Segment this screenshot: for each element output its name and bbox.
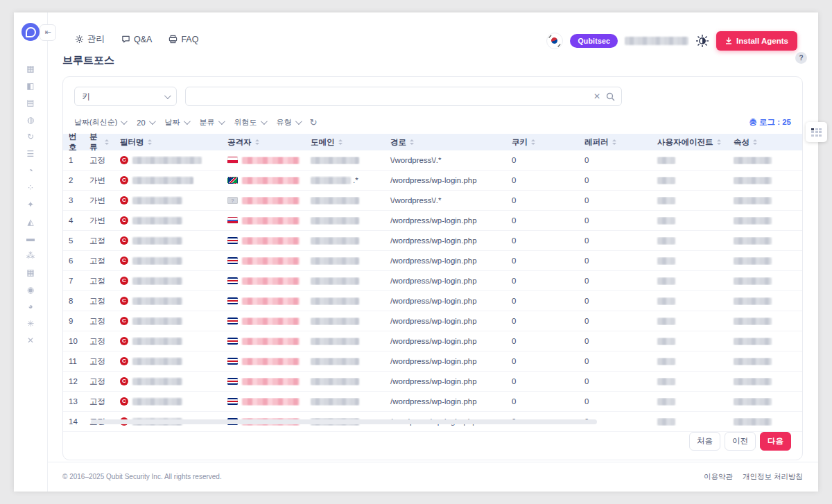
- close-icon[interactable]: ✕: [24, 336, 37, 345]
- table-row[interactable]: 12고정C/wordpress/wp-login.php00: [63, 372, 802, 392]
- menu-item-admin[interactable]: 관리: [75, 33, 105, 45]
- search-input[interactable]: [186, 87, 590, 105]
- column-header-3[interactable]: 공격자: [222, 137, 305, 148]
- cell-referer: 0: [579, 277, 652, 285]
- cell-category: 고정: [84, 155, 114, 166]
- monitor-icon[interactable]: ◉: [24, 285, 37, 295]
- cell-domain: [305, 197, 385, 205]
- cell-filter-name: C: [114, 397, 222, 406]
- attacker-ip-redacted: [242, 398, 300, 406]
- attribute-redacted: [734, 318, 772, 325]
- filters-icon[interactable]: ☰: [24, 149, 37, 159]
- attribute-redacted: [734, 358, 772, 365]
- cell-attacker: [222, 217, 305, 225]
- cell-cookie: 0: [506, 257, 579, 265]
- alerts-icon[interactable]: ✦: [24, 200, 37, 209]
- refresh-icon[interactable]: ↻: [310, 117, 318, 128]
- table-row[interactable]: 10고정C/wordpress/wp-login.php00: [63, 331, 802, 351]
- cell-cookie: 0: [506, 176, 579, 184]
- next-page-button[interactable]: 다음: [760, 432, 791, 451]
- cell-domain: [305, 398, 385, 406]
- cards-icon[interactable]: ▬: [24, 234, 37, 243]
- attacker-ip-redacted: [242, 338, 300, 345]
- category-filter[interactable]: 분류: [200, 117, 223, 128]
- cell-attribute: [728, 358, 781, 365]
- cell-cookie: 0: [506, 337, 579, 345]
- sort-icon: [105, 139, 109, 145]
- privacy-link[interactable]: 개인정보 처리방침: [743, 472, 803, 482]
- settings-icon[interactable]: ✳: [24, 319, 37, 329]
- column-header-6[interactable]: 쿠키: [506, 137, 579, 148]
- column-config-button[interactable]: [806, 122, 827, 142]
- cell-no: 1: [63, 156, 84, 164]
- filter-name-redacted: [132, 398, 182, 406]
- attack-filter-icon: C: [120, 257, 128, 265]
- table-row[interactable]: 13고정C/wordpress/wp-login.php00: [63, 392, 802, 412]
- attack-filter-icon: C: [120, 277, 128, 285]
- first-page-button[interactable]: 처음: [689, 432, 720, 451]
- table-row[interactable]: 7고정C/wordpress/wp-login.php00: [63, 271, 802, 291]
- page-size-filter[interactable]: 20: [137, 119, 153, 127]
- flag-costarica-icon: [227, 297, 238, 304]
- sync-icon[interactable]: ↻: [24, 132, 37, 141]
- cell-category: 가변: [84, 175, 114, 186]
- chevron-down-icon: [164, 92, 171, 99]
- table-row[interactable]: 4가변C/wordpress/wp-login.php00: [63, 211, 802, 231]
- theme-toggle-icon[interactable]: [695, 34, 709, 48]
- reports-icon[interactable]: ◭: [24, 217, 37, 227]
- column-header-7[interactable]: 레퍼러: [579, 137, 652, 148]
- install-agents-button[interactable]: Install Agents: [716, 31, 797, 51]
- prev-page-button[interactable]: 이전: [725, 432, 756, 451]
- attack-filter-icon: C: [120, 317, 128, 325]
- attribute-redacted: [734, 297, 772, 305]
- table-row[interactable]: 8고정C/wordpress/wp-login.php00: [63, 291, 802, 311]
- loader-icon[interactable]: ◔: [24, 166, 37, 175]
- table-row[interactable]: 3가변C?\/wordpress\/.*00: [63, 191, 802, 211]
- app-logo[interactable]: [21, 23, 40, 41]
- calendar-icon[interactable]: ▦: [24, 268, 37, 277]
- table-row[interactable]: 9고정C/wordpress/wp-login.php00: [63, 311, 802, 331]
- network-icon[interactable]: ◍: [24, 115, 37, 125]
- column-header-5[interactable]: 경로: [385, 137, 506, 148]
- column-header-9[interactable]: 속성: [728, 137, 781, 148]
- column-header-2[interactable]: 필터명: [114, 137, 222, 148]
- attacker-ip-redacted: [242, 197, 300, 205]
- sort-filter[interactable]: 날짜(최신순): [74, 117, 125, 128]
- column-header-4[interactable]: 도메인: [305, 137, 385, 148]
- users-icon[interactable]: ⁘: [24, 183, 37, 193]
- table-row[interactable]: 1고정C\/wordpress\/.*00: [63, 150, 802, 171]
- assets-icon[interactable]: ▤: [24, 98, 37, 107]
- column-header-0: 번호: [63, 132, 84, 153]
- shield-icon[interactable]: ◧: [24, 81, 37, 91]
- dashboard-icon[interactable]: ▦: [24, 64, 37, 73]
- horizontal-scrollbar[interactable]: [91, 419, 597, 424]
- pie-chart-icon[interactable]: ◕: [24, 302, 37, 311]
- terms-link[interactable]: 이용약관: [704, 472, 733, 482]
- search-key-select[interactable]: 키: [74, 87, 177, 106]
- table-row[interactable]: 5고정C/wordpress/wp-login.php00: [63, 231, 802, 251]
- column-header-1[interactable]: 분류: [84, 132, 114, 153]
- menu-item-faq[interactable]: FAQ: [168, 33, 198, 45]
- cell-no: 10: [63, 337, 84, 345]
- sidebar-collapse-button[interactable]: ⇤: [40, 24, 56, 41]
- help-button[interactable]: ?: [795, 52, 807, 64]
- column-header-8[interactable]: 사용자에이전트: [652, 137, 728, 148]
- install-icon: [725, 37, 732, 44]
- cell-domain: [305, 257, 385, 265]
- clear-search-icon[interactable]: ✕: [590, 92, 604, 101]
- attacker-ip-redacted: [242, 237, 300, 245]
- cell-path: /wordpress/wp-login.php: [385, 216, 506, 225]
- search-icon[interactable]: [604, 92, 621, 101]
- user-agent-redacted: [657, 358, 675, 365]
- date-filter[interactable]: 날짜: [165, 117, 189, 128]
- cell-attacker: [222, 237, 305, 245]
- menu-item-qna[interactable]: Q&A: [121, 33, 152, 45]
- severity-filter[interactable]: 위험도: [234, 117, 266, 128]
- table-row[interactable]: 6고정C/wordpress/wp-login.php00: [63, 251, 802, 271]
- table-header-row: 번호분류필터명공격자도메인경로쿠키레퍼러사용자에이전트속성: [63, 134, 802, 150]
- cluster-icon[interactable]: ⁂: [24, 251, 37, 261]
- table-row[interactable]: 2가변C.*/wordpress/wp-login.php00: [63, 171, 802, 191]
- table-row[interactable]: 11고정C/wordpress/wp-login.php00: [63, 351, 802, 372]
- type-filter[interactable]: 유형: [277, 117, 300, 128]
- language-korea-flag-icon[interactable]: [546, 33, 563, 49]
